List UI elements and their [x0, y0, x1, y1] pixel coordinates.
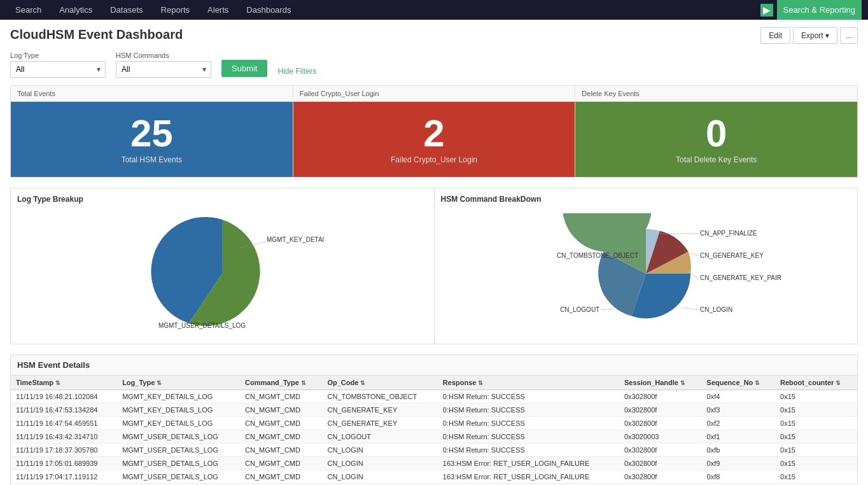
table-cell: 11/11/19 17:04:17.119112 — [11, 470, 117, 484]
table-cell: 0:HSM Return: SUCCESS — [438, 444, 619, 457]
hsm-label-gen-key-pair: CN_GENERATE_KEY_PAIR — [700, 274, 781, 281]
export-button[interactable]: Export ▾ — [793, 27, 837, 44]
stat-failed-login-value: 2 — [423, 115, 444, 153]
log-type-filter: Log Type All — [10, 52, 106, 78]
table-row: 11/11/19 17:05:01.689939MGMT_USER_DETAIL… — [11, 457, 857, 470]
table-cell: CN_MGMT_CMD — [240, 404, 322, 417]
log-type-pie-chart: MGMT_KEY_DETAILS_LOG MGMT_USER_DETAILS_L… — [120, 213, 324, 334]
stat-total-events-value: 25 — [130, 115, 173, 153]
table-cell: 0xf1 — [702, 430, 775, 444]
table-cell: MGMT_USER_DETAILS_LOG — [117, 470, 240, 484]
nav-datasets[interactable]: Datasets — [101, 0, 151, 20]
edit-button[interactable]: Edit — [760, 27, 790, 44]
table-cell: MGMT_USER_DETAILS_LOG — [117, 444, 240, 457]
nav-items: Search Analytics Datasets Reports Alerts… — [6, 0, 760, 20]
table-cell: CN_MGMT_CMD — [240, 430, 322, 444]
table-cell: CN_LOGIN — [322, 457, 437, 470]
table-cell: 0x15 — [775, 390, 857, 404]
nav-reports[interactable]: Reports — [152, 0, 199, 20]
table-cell: 0x15 — [775, 444, 857, 457]
table-cell: 0:HSM Return: SUCCESS — [438, 390, 619, 404]
hsm-event-table-title: HSM Event Details — [11, 355, 857, 376]
table-cell: 11/11/19 16:43:42.314710 — [11, 430, 117, 444]
table-cell: CN_GENERATE_KEY — [322, 417, 437, 430]
table-row: 11/11/19 16:47:53.134284MGMT_KEY_DETAILS… — [11, 404, 857, 417]
col-response[interactable]: Response ⇅ — [438, 376, 619, 390]
table-cell: 0xf3 — [702, 404, 775, 417]
hsm-cmd-pie-chart: CN_APP_FINALIZE CN_GENERATE_KEY CN_GENER… — [500, 213, 792, 334]
table-row: 11/11/19 17:18:37.305780MGMT_USER_DETAIL… — [11, 444, 857, 457]
nav-right: ▶ Search & Reporting — [760, 0, 862, 20]
table-header-row: TimeStamp ⇅ Log_Type ⇅ Command_Type ⇅ Op… — [11, 376, 857, 390]
stat-failed-login-label: Failed Crypto_User Login — [293, 86, 575, 102]
nav-analytics[interactable]: Analytics — [50, 0, 101, 20]
col-command-type[interactable]: Command_Type ⇅ — [240, 376, 322, 390]
table-cell: CN_MGMT_CMD — [240, 457, 322, 470]
filters-row: Log Type All HSM Commands All Submit Hid… — [0, 49, 868, 85]
stat-total-events-label: Total Events — [11, 86, 293, 102]
table-cell: 0xf2 — [702, 417, 775, 430]
charts-row: Log Type Breakup MGMT_KEY_DETAILS_LOG MG… — [10, 188, 858, 344]
main-content: CloudHSM Event Dashboard Edit Export ▾ .… — [0, 20, 868, 485]
table-cell: 0x302800f — [619, 417, 702, 430]
table-cell: 0x15 — [775, 404, 857, 417]
table-cell: MGMT_KEY_DETAILS_LOG — [117, 404, 240, 417]
submit-button[interactable]: Submit — [221, 60, 267, 77]
col-timestamp[interactable]: TimeStamp ⇅ — [11, 376, 117, 390]
log-type-label-1: MGMT_KEY_DETAILS_LOG — [267, 236, 324, 243]
hsm-commands-select-wrapper: All — [116, 61, 211, 78]
table-cell: CN_LOGOUT — [322, 430, 437, 444]
hide-filters-link[interactable]: Hide Filters — [277, 67, 316, 76]
table-cell: 163:HSM Error: RET_USER_LOGIN_FAILURE — [438, 470, 619, 484]
svg-line-5 — [681, 307, 699, 310]
table-cell: 0x15 — [775, 470, 857, 484]
hsm-cmd-chart-container: CN_APP_FINALIZE CN_GENERATE_KEY CN_GENER… — [441, 210, 851, 337]
table-cell: 0:HSM Return: SUCCESS — [438, 430, 619, 444]
hsm-label-tombstone: CN_TOMBSTONE_OBJECT — [557, 252, 638, 259]
stat-delete-key-body: 0 Total Delete Key Events — [575, 102, 857, 177]
table-cell: 0x302800f — [619, 470, 702, 484]
hsm-event-table: TimeStamp ⇅ Log_Type ⇅ Command_Type ⇅ Op… — [11, 376, 857, 485]
table-cell: CN_MGMT_CMD — [240, 417, 322, 430]
stats-row: Total Events 25 Total HSM Events Failed … — [10, 85, 858, 178]
table-cell: 11/11/19 16:47:54.459551 — [11, 417, 117, 430]
stat-failed-login-sublabel: Failed Crypto_User Login — [391, 155, 477, 164]
table-cell: MGMT_KEY_DETAILS_LOG — [117, 390, 240, 404]
nav-dashboards[interactable]: Dashboards — [237, 0, 300, 20]
col-sequence-no[interactable]: Sequence_No ⇅ — [702, 376, 775, 390]
stat-total-events: Total Events 25 Total HSM Events — [11, 86, 293, 177]
hsm-commands-select[interactable]: All — [116, 61, 211, 78]
table-cell: 0x302800f — [619, 457, 702, 470]
log-type-chart-title: Log Type Breakup — [17, 195, 428, 204]
table-row: 11/11/19 17:04:17.119112MGMT_USER_DETAIL… — [11, 470, 857, 484]
stat-delete-key: Delete Key Events 0 Total Delete Key Eve… — [575, 86, 857, 177]
col-op-code[interactable]: Op_Code ⇅ — [322, 376, 437, 390]
table-row: 11/11/19 16:48:21.102084MGMT_KEY_DETAILS… — [11, 390, 857, 404]
table-cell: 0:HSM Return: SUCCESS — [438, 404, 619, 417]
hsm-cmd-chart-title: HSM Command BreakDown — [441, 195, 851, 204]
col-log-type[interactable]: Log_Type ⇅ — [117, 376, 240, 390]
svg-line-6 — [601, 309, 614, 310]
table-cell: MGMT_USER_DETAILS_LOG — [117, 457, 240, 470]
table-body: 11/11/19 16:48:21.102084MGMT_KEY_DETAILS… — [11, 390, 857, 486]
brand-icon: ▶ — [760, 4, 773, 17]
hsm-label-logout: CN_LOGOUT — [560, 306, 599, 313]
nav-alerts[interactable]: Alerts — [199, 0, 237, 20]
log-type-chart-panel: Log Type Breakup MGMT_KEY_DETAILS_LOG MG… — [11, 188, 435, 344]
col-session-handle[interactable]: Session_Handle ⇅ — [619, 376, 702, 390]
hsm-label-login: CN_LOGIN — [700, 306, 732, 313]
col-reboot-counter[interactable]: Reboot_counter ⇅ — [775, 376, 857, 390]
table-cell: 0x302800f — [619, 444, 702, 457]
table-cell: CN_MGMT_CMD — [240, 444, 322, 457]
top-navigation: Search Analytics Datasets Reports Alerts… — [0, 0, 868, 20]
search-reporting-button[interactable]: Search & Reporting — [777, 0, 862, 20]
table-cell: 0x3020003 — [619, 430, 702, 444]
more-button[interactable]: ... — [840, 27, 858, 44]
table-cell: 0xf4 — [702, 390, 775, 404]
table-cell: 0xf8 — [702, 470, 775, 484]
nav-search[interactable]: Search — [6, 0, 50, 20]
log-type-select[interactable]: All — [10, 61, 106, 78]
table-cell: 11/11/19 16:47:53.134284 — [11, 404, 117, 417]
table-cell: MGMT_KEY_DETAILS_LOG — [117, 417, 240, 430]
hsm-commands-label: HSM Commands — [116, 52, 211, 59]
